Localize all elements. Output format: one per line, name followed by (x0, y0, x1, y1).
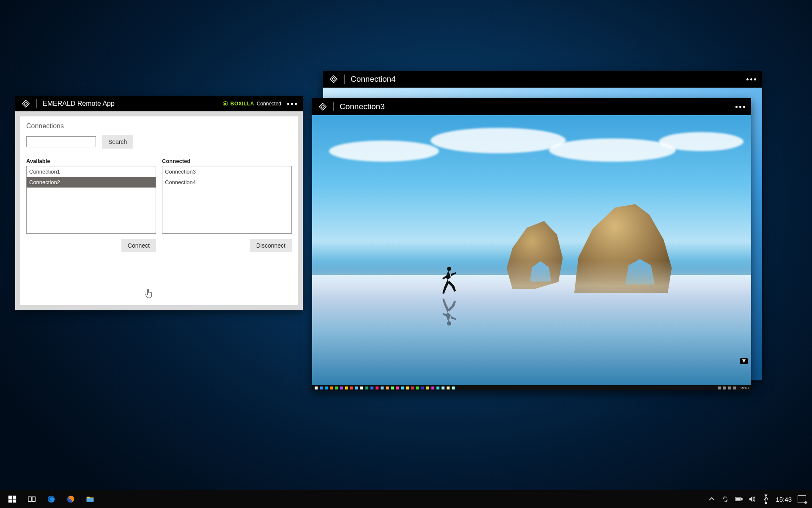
disconnect-button[interactable]: Disconnect (250, 239, 292, 252)
remote-app-icon[interactable] (365, 387, 368, 389)
remote-taskbar[interactable]: 15:43 (312, 385, 751, 390)
remote-app-icon[interactable] (401, 387, 404, 389)
emerald-titlebar[interactable]: EMERALD Remote App BOXILLA Connected (15, 96, 303, 111)
more-menu-icon[interactable] (735, 106, 745, 108)
connect-button[interactable]: Connect (121, 239, 156, 252)
connected-item[interactable]: Connection4 (162, 177, 291, 188)
status-brand: BOXILLA (230, 101, 254, 107)
remote-app-icon[interactable] (345, 387, 348, 389)
tray-chevron-up-icon[interactable] (708, 495, 716, 503)
remote-tray-icon[interactable] (728, 387, 731, 389)
remote-app-icon[interactable] (370, 387, 373, 389)
remote-clock: 15:43 (740, 386, 749, 390)
available-column: Available Connection1Connection2 Connect (26, 158, 156, 252)
taskbar-clock[interactable]: 15:43 (776, 496, 792, 503)
section-title: Connections (26, 122, 292, 130)
remote-app-icon[interactable] (340, 387, 343, 389)
remote-app-icon[interactable] (436, 387, 439, 389)
remote-app-icon[interactable] (416, 387, 419, 389)
remote-app-icon[interactable] (411, 387, 414, 389)
wallpaper-decor (312, 260, 751, 387)
available-item[interactable]: Connection1 (27, 166, 156, 177)
svg-rect-11 (742, 498, 743, 500)
wallpaper-decor (439, 265, 458, 295)
remote-window4-title: Connection4 (351, 75, 396, 84)
svg-rect-12 (736, 498, 741, 500)
tray-battery-icon[interactable] (735, 495, 743, 503)
svg-rect-3 (13, 496, 16, 499)
remote-app-icon[interactable] (381, 387, 384, 389)
wallpaper-decor (329, 141, 439, 162)
remote-app-icon[interactable] (447, 387, 450, 389)
available-listbox[interactable]: Connection1Connection2 (26, 166, 156, 234)
remote-app-icon[interactable] (452, 387, 455, 389)
remote-app-icon[interactable] (386, 387, 389, 389)
remote-app-icon[interactable] (391, 387, 394, 389)
remote-app-icon[interactable] (350, 387, 353, 389)
remote-app-icon[interactable] (421, 387, 424, 389)
remote-app-icon[interactable] (320, 387, 323, 389)
svg-rect-4 (8, 500, 12, 502)
action-center-icon[interactable] (798, 495, 806, 503)
remote-tray-icon[interactable] (723, 387, 726, 389)
firefox-browser-icon[interactable] (61, 490, 80, 508)
svg-point-0 (447, 267, 451, 271)
emerald-body: Connections Search Available Connection1… (20, 116, 298, 305)
remote-tray-icon[interactable] (733, 387, 736, 389)
system-tray[interactable]: 15:43 (708, 495, 809, 503)
tray-volume-icon[interactable] (749, 495, 756, 503)
remote-app-icon[interactable] (442, 387, 444, 389)
remote-tray-icon[interactable] (718, 387, 721, 389)
remote-app-icon[interactable] (325, 387, 328, 389)
svg-rect-7 (32, 497, 35, 502)
divider (333, 102, 334, 111)
emerald-logo-icon (318, 102, 327, 111)
wallpaper-decor (439, 297, 458, 327)
divider (36, 99, 37, 108)
search-button[interactable]: Search (102, 135, 133, 149)
emerald-logo-icon (329, 75, 338, 84)
connected-listbox[interactable]: Connection3Connection4 (162, 166, 292, 234)
remote-app-icon[interactable] (376, 387, 379, 389)
more-menu-icon[interactable] (287, 103, 297, 105)
available-item[interactable]: Connection2 (27, 177, 156, 188)
svg-rect-2 (8, 496, 12, 499)
remote-app-icon[interactable] (360, 387, 363, 389)
search-input[interactable] (26, 136, 96, 147)
remote-window3-titlebar[interactable]: Connection3 (312, 98, 751, 115)
emerald-logo-icon (21, 99, 30, 108)
task-view-button[interactable] (22, 490, 41, 508)
remote-app-icon[interactable] (426, 387, 429, 389)
wallpaper-decor (431, 128, 566, 153)
remote-app-icon[interactable] (406, 387, 409, 389)
remote-start-icon[interactable] (315, 387, 318, 389)
host-taskbar[interactable]: 15:43 (0, 490, 812, 508)
edge-browser-icon[interactable] (41, 490, 61, 508)
svg-point-1 (447, 321, 451, 326)
file-explorer-icon[interactable] (80, 490, 100, 508)
more-menu-icon[interactable] (746, 78, 756, 80)
remote-app-icon[interactable] (355, 387, 358, 389)
available-label: Available (26, 158, 156, 164)
start-button[interactable] (3, 490, 22, 508)
remote-app-icon[interactable] (330, 387, 333, 389)
remote-window4-titlebar[interactable]: Connection4 (323, 71, 762, 88)
wallpaper-decor (549, 138, 676, 162)
status-text: Connected (257, 101, 281, 107)
svg-point-13 (765, 502, 767, 504)
connected-item[interactable]: Connection3 (162, 166, 291, 177)
remote-app-icon[interactable] (396, 387, 399, 389)
remote-app-icon[interactable] (431, 387, 434, 389)
wallpaper-decor (659, 132, 743, 151)
search-row: Search (26, 135, 292, 149)
divider (344, 75, 345, 84)
connected-label: Connected (162, 158, 292, 164)
tray-usb-icon[interactable] (762, 495, 770, 503)
emerald-app-window[interactable]: EMERALD Remote App BOXILLA Connected Con… (15, 96, 303, 310)
remote-desktop-view[interactable]: 15:43 (312, 115, 751, 390)
presentation-badge-icon[interactable] (740, 358, 748, 364)
tray-sync-icon[interactable] (721, 495, 729, 503)
remote-app-icon[interactable] (335, 387, 338, 389)
app-title: EMERALD Remote App (43, 100, 115, 108)
remote-window-connection3[interactable]: Connection3 (312, 98, 751, 390)
